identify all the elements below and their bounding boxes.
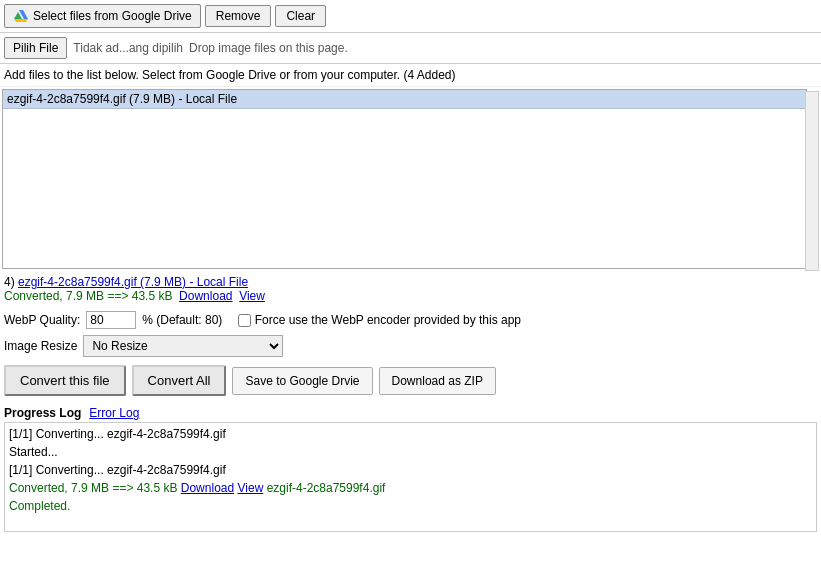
image-resize-label: Image Resize (4, 339, 77, 353)
result-line1: 4) ezgif-4-2c8a7599f4.gif (7.9 MB) - Loc… (4, 275, 817, 289)
converted-text: Converted, 7.9 MB ==> 43.5 kB (4, 289, 172, 303)
result-index: 4) (4, 275, 18, 289)
quality-suffix: % (Default: 80) (142, 313, 222, 327)
no-file-text: Tidak ad...ang dipilih (73, 41, 183, 55)
progress-log-area[interactable]: [1/1] Converting... ezgif-4-2c8a7599f4.g… (4, 422, 817, 532)
remove-button[interactable]: Remove (205, 5, 272, 27)
image-resize-row: Image Resize No Resize25%50%75%100%150%2… (0, 333, 821, 359)
force-encoder-checkbox[interactable] (238, 314, 251, 327)
progress-header: Progress Log Error Log (4, 406, 817, 420)
force-encoder-text: Force use the WebP encoder provided by t… (255, 313, 521, 327)
resize-select[interactable]: No Resize25%50%75%100%150%200% (83, 335, 283, 357)
gdrive-button[interactable]: Select files from Google Drive (4, 4, 201, 28)
second-bar: Pilih File Tidak ad...ang dipilih Drop i… (0, 33, 821, 64)
clear-button[interactable]: Clear (275, 5, 326, 27)
conversion-result: 4) ezgif-4-2c8a7599f4.gif (7.9 MB) - Loc… (0, 271, 821, 307)
view-link[interactable]: View (239, 289, 265, 303)
svg-marker-2 (14, 19, 28, 22)
log-line: Started... (9, 443, 812, 461)
save-google-button[interactable]: Save to Google Drvie (232, 367, 372, 395)
gdrive-icon (13, 8, 29, 24)
scrollbar[interactable] (805, 91, 819, 271)
log-line: [1/1] Converting... ezgif-4-2c8a7599f4.g… (9, 461, 812, 479)
log-line: Converted, 7.9 MB ==> 43.5 kB Download V… (9, 479, 812, 497)
file-list[interactable]: ezgif-4-2c8a7599f4.gif (7.9 MB) - Local … (2, 89, 807, 269)
info-text: Add files to the list below. Select from… (4, 68, 456, 82)
options-row: WebP Quality: % (Default: 80) Force use … (0, 307, 821, 333)
drop-text: Drop image files on this page. (189, 41, 348, 55)
list-item[interactable]: ezgif-4-2c8a7599f4.gif (7.9 MB) - Local … (3, 90, 806, 109)
download-zip-button[interactable]: Download as ZIP (379, 367, 496, 395)
action-buttons: Convert this file Convert All Save to Go… (0, 359, 821, 402)
gdrive-button-label: Select files from Google Drive (33, 9, 192, 23)
top-bar: Select files from Google Drive Remove Cl… (0, 0, 821, 33)
error-log-link[interactable]: Error Log (89, 406, 139, 420)
quality-label: WebP Quality: (4, 313, 80, 327)
file-list-container: ezgif-4-2c8a7599f4.gif (7.9 MB) - Local … (0, 89, 821, 269)
convert-all-button[interactable]: Convert All (132, 365, 227, 396)
result-file-link[interactable]: ezgif-4-2c8a7599f4.gif (7.9 MB) - Local … (18, 275, 248, 289)
log-line: [1/1] Converting... ezgif-4-2c8a7599f4.g… (9, 425, 812, 443)
result-line2: Converted, 7.9 MB ==> 43.5 kB Download V… (4, 289, 817, 303)
progress-title: Progress Log (4, 406, 81, 420)
convert-this-button[interactable]: Convert this file (4, 365, 126, 396)
quality-input[interactable] (86, 311, 136, 329)
log-line: Completed. (9, 497, 812, 515)
pilih-file-button[interactable]: Pilih File (4, 37, 67, 59)
force-encoder-label[interactable]: Force use the WebP encoder provided by t… (238, 313, 521, 327)
progress-section: Progress Log Error Log [1/1] Converting.… (0, 402, 821, 536)
download-link[interactable]: Download (179, 289, 232, 303)
info-bar: Add files to the list below. Select from… (0, 64, 821, 87)
